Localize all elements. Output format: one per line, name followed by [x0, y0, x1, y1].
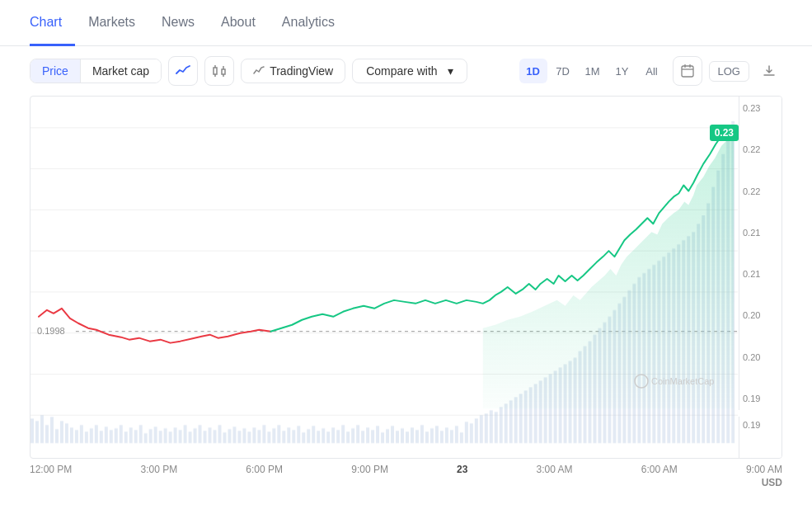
svg-rect-27 [65, 423, 68, 443]
svg-rect-110 [475, 418, 478, 443]
svg-rect-48 [169, 431, 172, 443]
svg-rect-65 [252, 427, 256, 443]
svg-rect-89 [371, 430, 374, 443]
x-label-300am: 3:00 AM [537, 464, 573, 475]
svg-rect-76 [307, 429, 310, 443]
svg-rect-79 [322, 428, 325, 443]
price-badge: 0.23 [710, 125, 739, 141]
svg-rect-24 [50, 417, 54, 443]
x-label-900pm: 9:00 PM [351, 464, 388, 475]
x-label-600am: 6:00 AM [641, 464, 678, 475]
svg-marker-163 [483, 134, 734, 408]
price-button[interactable]: Price [31, 59, 81, 83]
svg-rect-53 [194, 428, 197, 443]
time-1m[interactable]: 1M [579, 59, 607, 83]
marketcap-button[interactable]: Market cap [81, 59, 161, 83]
tradingview-label: TradingView [270, 64, 333, 78]
tab-news[interactable]: News [148, 1, 208, 46]
svg-rect-30 [80, 425, 83, 443]
log-button[interactable]: LOG [709, 61, 749, 82]
svg-rect-41 [134, 430, 138, 443]
svg-rect-58 [218, 425, 222, 443]
time-1y[interactable]: 1Y [608, 59, 636, 83]
svg-rect-99 [420, 425, 424, 443]
svg-rect-32 [90, 428, 93, 443]
svg-rect-21 [35, 421, 39, 443]
svg-rect-102 [435, 426, 439, 443]
compare-button[interactable]: Compare with ▾ [352, 59, 467, 83]
svg-rect-108 [465, 422, 468, 443]
svg-rect-107 [460, 432, 463, 443]
y-label-020a: 0.20 [743, 310, 778, 320]
svg-rect-49 [174, 427, 177, 443]
x-label-600pm: 6:00 PM [246, 464, 283, 475]
time-all[interactable]: All [638, 59, 666, 83]
svg-rect-66 [257, 430, 260, 443]
x-axis-labels: 12:00 PM 3:00 PM 6:00 PM 9:00 PM 23 3:00… [0, 459, 812, 475]
svg-rect-56 [209, 427, 212, 443]
svg-rect-59 [223, 432, 226, 443]
svg-rect-87 [361, 431, 364, 443]
svg-rect-73 [292, 430, 295, 443]
svg-rect-86 [356, 425, 359, 443]
svg-rect-31 [85, 431, 88, 443]
line-chart-icon-button[interactable] [168, 56, 198, 86]
svg-rect-95 [401, 428, 404, 443]
svg-rect-88 [366, 427, 369, 443]
svg-rect-46 [159, 431, 162, 443]
svg-rect-28 [70, 427, 73, 443]
chart-container: 0.23 0.1998 CoinMarketCap 0.23 0.22 0.22… [30, 96, 782, 459]
candlestick-icon-button[interactable] [204, 56, 234, 86]
svg-rect-6 [682, 66, 693, 77]
svg-rect-90 [376, 426, 379, 443]
svg-rect-62 [237, 431, 241, 443]
svg-rect-112 [485, 413, 488, 443]
svg-rect-93 [391, 426, 394, 443]
svg-rect-47 [164, 428, 167, 443]
svg-rect-71 [282, 431, 285, 443]
svg-rect-96 [406, 431, 409, 443]
svg-rect-26 [60, 421, 63, 443]
svg-rect-42 [139, 425, 143, 443]
svg-rect-81 [331, 427, 335, 443]
svg-rect-55 [204, 431, 207, 443]
svg-text:CoinMarketCap: CoinMarketCap [651, 376, 714, 386]
svg-rect-43 [144, 433, 148, 443]
svg-rect-104 [445, 427, 448, 443]
svg-rect-106 [455, 426, 458, 443]
svg-rect-38 [120, 425, 123, 443]
svg-rect-92 [386, 429, 389, 443]
calendar-button[interactable] [673, 56, 702, 86]
svg-rect-80 [326, 431, 330, 443]
y-label-021a: 0.21 [743, 228, 778, 238]
baseline-label: 0.1998 [37, 326, 65, 336]
svg-rect-103 [440, 431, 444, 443]
svg-rect-91 [381, 432, 384, 443]
svg-rect-40 [129, 427, 133, 443]
svg-rect-115 [500, 407, 503, 443]
svg-rect-111 [480, 415, 483, 443]
svg-rect-50 [179, 430, 182, 443]
tradingview-button[interactable]: TradingView [241, 59, 345, 83]
svg-rect-25 [55, 429, 59, 443]
svg-rect-51 [184, 425, 187, 443]
tab-chart[interactable]: Chart [30, 1, 75, 46]
svg-rect-98 [415, 430, 419, 443]
svg-rect-78 [317, 431, 320, 443]
time-1d[interactable]: 1D [519, 59, 547, 83]
tab-analytics[interactable]: Analytics [269, 1, 348, 46]
y-label-021b: 0.21 [743, 269, 778, 279]
download-button[interactable] [756, 58, 782, 84]
svg-rect-60 [228, 429, 231, 443]
svg-rect-84 [346, 431, 350, 443]
toolbar: Price Market cap TradingView Compare wit… [0, 46, 812, 96]
svg-rect-45 [154, 427, 157, 443]
svg-rect-52 [189, 431, 192, 443]
svg-rect-109 [470, 423, 473, 443]
tab-about[interactable]: About [208, 1, 269, 46]
tab-markets[interactable]: Markets [75, 1, 148, 46]
time-7d[interactable]: 7D [549, 59, 577, 83]
svg-rect-116 [505, 403, 508, 443]
svg-rect-77 [312, 426, 315, 443]
compare-label: Compare with [366, 64, 437, 78]
